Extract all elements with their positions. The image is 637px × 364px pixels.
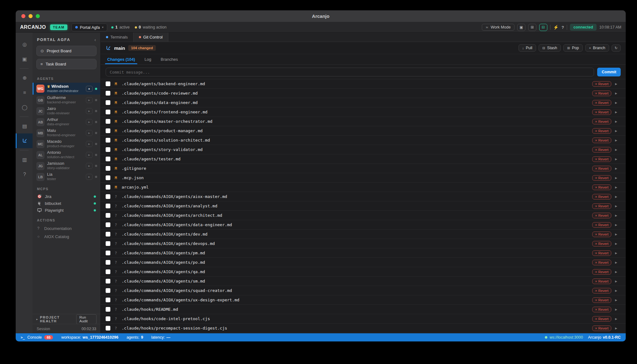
chevron-right-icon[interactable]: ▶ — [615, 280, 618, 283]
changed-file-row[interactable]: M.claude/agents/code-reviewer.md×Revert▶ — [101, 89, 626, 98]
chevron-right-icon[interactable]: ▶ — [615, 120, 618, 123]
changed-file-row[interactable]: M.claude/agents/story-validator.md×Rever… — [101, 145, 626, 154]
mcp-item-jira[interactable]: Jira — [33, 193, 100, 200]
commit-message-input[interactable] — [106, 68, 594, 76]
file-checkbox[interactable] — [106, 269, 110, 274]
agent-row-jamisson[interactable]: JG♛Jamissonstory-validator▶ — [33, 160, 100, 171]
agent-row-guilherme[interactable]: GB♛Guilhermebackend-engineer▶ — [33, 95, 100, 106]
agent-row-arthur[interactable]: AB♛Arthurdata-engineer▶ — [33, 117, 100, 127]
collapse-sidebar-icon[interactable]: ‹ — [94, 37, 96, 42]
subtab-changes-104[interactable]: Changes (104) — [103, 54, 140, 64]
chevron-right-icon[interactable]: ▶ — [615, 167, 618, 170]
changed-file-row[interactable]: ?.claude/commands/AIOX/agents/ux-design-… — [101, 295, 626, 305]
tab-terminals[interactable]: Terminals — [101, 33, 133, 42]
workspace-selector[interactable]: Portal Agfa ▾ — [71, 23, 107, 31]
mcp-item-bitbucket[interactable]: bitbucket — [33, 200, 100, 207]
stop-agent-button[interactable]: ■ — [86, 86, 92, 92]
changed-file-row[interactable]: M.claude/agents/solution-architect.md×Re… — [101, 136, 626, 145]
revert-button[interactable]: ×Revert — [592, 109, 611, 115]
file-checkbox[interactable] — [106, 185, 110, 190]
start-agent-button[interactable]: ▶ — [86, 97, 92, 103]
chevron-right-icon[interactable]: ▶ — [615, 327, 618, 330]
rail-item-dashboard[interactable]: ◎ — [16, 37, 33, 52]
changed-file-row[interactable]: ?.claude/commands/AIOX/agents/sm.md×Reve… — [101, 277, 626, 286]
revert-button[interactable]: ×Revert — [592, 250, 611, 256]
revert-button[interactable]: ×Revert — [592, 307, 611, 312]
start-agent-button[interactable]: ▶ — [86, 119, 92, 125]
layout-single-button[interactable]: ▣ — [517, 24, 525, 31]
chevron-right-icon[interactable]: ▶ — [615, 233, 618, 236]
revert-button[interactable]: ×Revert — [592, 269, 611, 275]
file-checkbox[interactable] — [106, 241, 110, 246]
file-checkbox[interactable] — [106, 204, 110, 208]
chevron-right-icon[interactable]: ▶ — [615, 270, 618, 273]
file-checkbox[interactable] — [106, 307, 110, 312]
revert-button[interactable]: ×Revert — [592, 138, 611, 143]
file-checkbox[interactable] — [106, 100, 110, 105]
chevron-right-icon[interactable]: ▶ — [615, 186, 618, 189]
changed-file-row[interactable]: M.mcp.json×Revert▶ — [101, 173, 626, 183]
start-agent-button[interactable]: ▶ — [86, 108, 92, 114]
chevron-right-icon[interactable]: ▶ — [615, 205, 618, 208]
rail-item-git[interactable] — [16, 133, 33, 148]
changed-file-row[interactable]: ?.claude/hooks/code-intel-pretool.cjs×Re… — [101, 314, 626, 324]
revert-button[interactable]: ×Revert — [592, 147, 611, 153]
file-checkbox[interactable] — [106, 279, 110, 283]
changed-file-row[interactable]: M.claude/agents/product-manager.md×Rever… — [101, 126, 626, 136]
chevron-right-icon[interactable]: ▶ — [615, 129, 618, 133]
stash-button[interactable]: ⊟Stash — [539, 44, 561, 52]
changed-file-row[interactable]: M.claude/agents/master-orchestrator.md×R… — [101, 117, 626, 126]
changed-file-row[interactable]: ?.claude/commands/AIOX/agents/pm.md×Reve… — [101, 248, 626, 258]
task-board-button[interactable]: ≡ Task Board — [36, 59, 97, 69]
project-health-row[interactable]: ▸ PROJECT HEALTH Run Audit — [33, 314, 100, 324]
file-checkbox[interactable] — [106, 119, 110, 124]
pop-button[interactable]: ⊞Pop — [563, 44, 582, 52]
revert-button[interactable]: ×Revert — [592, 260, 611, 265]
revert-button[interactable]: ×Revert — [592, 194, 611, 200]
changed-file-row[interactable]: ?.claude/commands/AIOX/agents/architect.… — [101, 211, 626, 220]
rail-item-help[interactable]: ? — [16, 167, 33, 182]
changed-file-row[interactable]: ?.claude/commands/AIOX/agents/qa.md×Reve… — [101, 267, 626, 277]
commit-button[interactable]: Commit — [597, 68, 621, 76]
chevron-right-icon[interactable]: ▶ — [615, 223, 618, 226]
file-checkbox[interactable] — [106, 81, 110, 86]
chevron-right-icon[interactable]: ▶ — [615, 317, 618, 320]
work-mode-button[interactable]: ≍ Work Mode — [482, 24, 514, 31]
revert-button[interactable]: ×Revert — [592, 81, 611, 87]
changed-file-row[interactable]: ?.claude/commands/AIOX/agents/devops.md×… — [101, 239, 626, 248]
mcp-item-playwright[interactable]: Playwright — [33, 207, 100, 214]
file-checkbox[interactable] — [106, 260, 110, 265]
chevron-right-icon[interactable]: ▶ — [615, 148, 618, 151]
file-checkbox[interactable] — [106, 316, 110, 321]
chevron-right-icon[interactable]: ▶ — [615, 214, 618, 217]
file-checkbox[interactable] — [106, 157, 110, 161]
file-checkbox[interactable] — [106, 194, 110, 199]
close-window-button[interactable] — [21, 14, 25, 18]
minimize-window-button[interactable] — [29, 14, 33, 18]
chevron-right-icon[interactable]: ▶ — [615, 242, 618, 245]
rail-item-node[interactable]: ◯ — [16, 100, 33, 115]
revert-button[interactable]: ×Revert — [592, 231, 611, 237]
revert-button[interactable]: ×Revert — [592, 241, 611, 247]
file-checkbox[interactable] — [106, 166, 110, 171]
agent-row-lia[interactable]: LB♛Liatester▶ — [33, 171, 100, 182]
start-agent-button[interactable]: ▶ — [86, 163, 92, 169]
start-agent-button[interactable]: ▶ — [86, 174, 92, 180]
file-checkbox[interactable] — [106, 298, 110, 302]
changed-file-row[interactable]: M.gitignore×Revert▶ — [101, 164, 626, 173]
tab-git-control[interactable]: Git Control — [133, 33, 168, 42]
chevron-right-icon[interactable]: ▶ — [615, 176, 618, 179]
changed-file-row[interactable]: ?.claude/commands/AIOX/agents/analyst.md… — [101, 201, 626, 211]
chevron-right-icon[interactable]: ▶ — [615, 158, 618, 161]
layout-split-button[interactable]: ⊟ — [539, 24, 547, 31]
revert-button[interactable]: ×Revert — [592, 175, 611, 181]
file-checkbox[interactable] — [106, 222, 110, 227]
changed-file-row[interactable]: ?.claude/hooks/README.md×Revert▶ — [101, 305, 626, 314]
start-agent-button[interactable]: ▶ — [86, 130, 92, 136]
revert-button[interactable]: ×Revert — [592, 213, 611, 218]
console-toggle[interactable]: >_ Console 65 — [21, 335, 53, 340]
revert-button[interactable]: ×Revert — [592, 325, 611, 331]
branch-button[interactable]: +Branch — [585, 44, 609, 52]
changed-file-row[interactable]: ?.claude/hooks/precompact-session-digest… — [101, 324, 626, 333]
changed-file-row[interactable]: M.claude/agents/tester.md×Revert▶ — [101, 154, 626, 164]
